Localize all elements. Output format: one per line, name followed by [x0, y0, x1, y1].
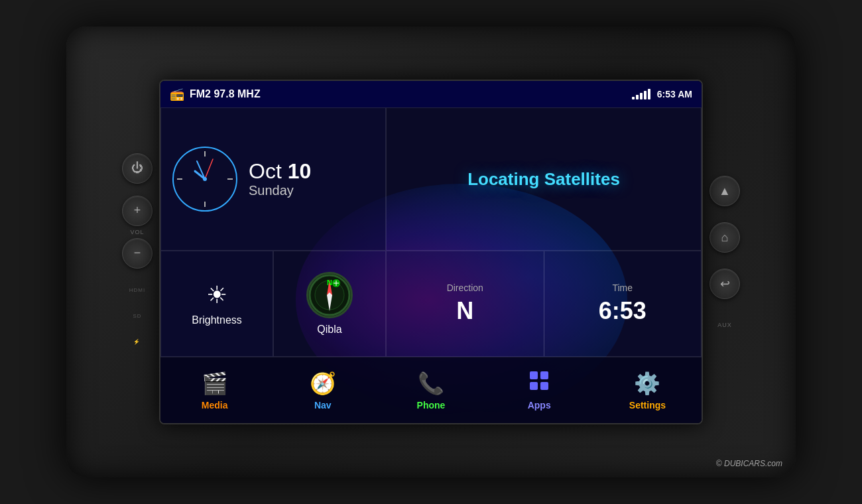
car-unit: ⏻ + VOL − HDMI SD ⚡ 📻 FM2 97.8 MHZ — [66, 27, 796, 477]
svg-rect-19 — [530, 382, 538, 390]
phone-icon: 📞 — [418, 371, 444, 396]
back-button[interactable]: ↩ — [709, 269, 740, 299]
svg-rect-17 — [530, 371, 538, 379]
port-labels: HDMI SD ⚡ — [129, 281, 145, 351]
direction-section: Direction N — [387, 251, 544, 356]
brightness-widget[interactable]: ☀ Brightness — [160, 251, 273, 357]
hdmi-label: HDMI — [129, 287, 145, 293]
gps-widget: Locating Satellites — [386, 107, 702, 251]
qibla-label: Qibla — [317, 324, 341, 336]
nav-item-media[interactable]: 🎬 Media — [160, 357, 269, 423]
direction-time-widget: Direction N Time 6:53 — [386, 251, 702, 357]
settings-icon: ⚙️ — [634, 371, 660, 396]
nav-item-apps[interactable]: Apps — [485, 357, 593, 423]
signal-bar-4 — [644, 91, 646, 99]
sd-label: SD — [129, 313, 145, 319]
signal-bar-2 — [636, 95, 639, 99]
date-month-day: Oct 10 — [249, 160, 311, 183]
clock-widget[interactable]: Oct 10 Sunday — [160, 107, 386, 251]
vol-up-button[interactable]: + — [122, 196, 153, 226]
direction-label: Direction — [447, 283, 483, 293]
settings-label: Settings — [629, 400, 666, 410]
date-month: Oct — [249, 159, 282, 183]
bottom-widgets-row: ☀ Brightness N — [160, 251, 702, 357]
time-label: Time — [612, 283, 633, 293]
date-weekday: Sunday — [249, 183, 311, 198]
right-controls: ▲ ⌂ ↩ AUX — [703, 162, 747, 342]
locating-status: Locating Satellites — [467, 169, 620, 190]
home-button[interactable]: ⌂ — [709, 222, 740, 253]
media-icon: 🎬 — [202, 371, 228, 396]
nav-arrow-button[interactable]: ▲ — [709, 176, 740, 206]
main-screen: 📻 FM2 97.8 MHZ 6:53 AM — [159, 80, 703, 424]
radio-label: FM2 97.8 MHZ — [190, 88, 261, 100]
radio-icon: 📻 — [170, 87, 184, 101]
nav-item-nav[interactable]: 🧭 Nav — [269, 357, 377, 423]
svg-rect-20 — [540, 382, 548, 390]
left-controls: ⏻ + VOL − HDMI SD ⚡ — [115, 140, 159, 365]
media-label: Media — [202, 400, 228, 410]
signal-bar-1 — [632, 97, 635, 99]
svg-rect-18 — [540, 371, 548, 379]
aux-label: AUX — [717, 322, 732, 328]
vol-label: VOL — [130, 229, 144, 235]
nav-icon: 🧭 — [310, 371, 336, 396]
signal-bar-5 — [648, 89, 650, 99]
apps-icon — [528, 370, 550, 396]
nav-bar: 🎬 Media 🧭 Nav 📞 Phone — [160, 357, 702, 423]
signal-time-group: 6:53 AM — [632, 89, 692, 99]
svg-text:N: N — [327, 279, 332, 286]
signal-bars — [632, 89, 650, 99]
radio-info: 📻 FM2 97.8 MHZ — [170, 87, 261, 101]
status-bar: 📻 FM2 97.8 MHZ 6:53 AM — [160, 81, 702, 107]
brightness-icon: ☀ — [206, 281, 227, 309]
clock-face-svg — [172, 146, 238, 212]
compass-circle: N — [306, 272, 353, 318]
direction-value: N — [456, 297, 473, 325]
svg-point-8 — [203, 177, 207, 181]
top-widgets-row: Oct 10 Sunday Locating Satellites — [160, 107, 702, 251]
analog-clock — [172, 146, 238, 212]
nav-item-phone[interactable]: 📞 Phone — [377, 357, 485, 423]
date-day: 10 — [288, 159, 312, 183]
signal-bar-3 — [640, 93, 643, 99]
brightness-label: Brightness — [192, 314, 242, 326]
status-time: 6:53 AM — [657, 89, 692, 99]
vol-group: + VOL − — [122, 196, 153, 269]
qibla-widget[interactable]: N Qibla — [273, 251, 386, 357]
time-section: Time 6:53 — [544, 251, 702, 356]
main-content: Oct 10 Sunday Locating Satellites ☀ Brig… — [160, 107, 702, 423]
watermark: © DUBICARS.com — [716, 459, 782, 468]
widget-time-value: 6:53 — [599, 297, 646, 325]
usb-label: ⚡ — [129, 339, 145, 345]
compass-svg: N — [308, 274, 351, 316]
nav-item-settings[interactable]: ⚙️ Settings — [593, 357, 702, 423]
vol-down-button[interactable]: − — [122, 238, 153, 269]
power-button[interactable]: ⏻ — [122, 153, 153, 184]
phone-label: Phone — [417, 400, 446, 410]
date-info: Oct 10 Sunday — [249, 160, 311, 198]
apps-label: Apps — [528, 400, 551, 410]
nav-label: Nav — [314, 400, 332, 410]
